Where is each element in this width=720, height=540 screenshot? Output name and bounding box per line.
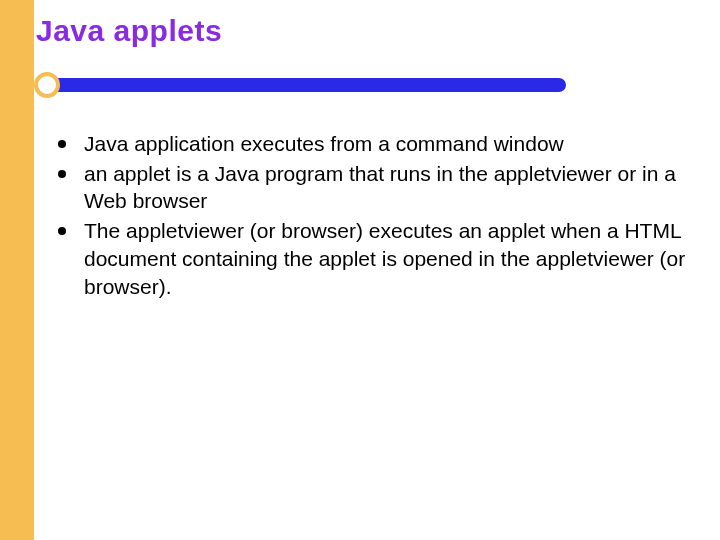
content-area: Java application executes from a command…	[50, 130, 690, 302]
bullet-list: Java application executes from a command…	[50, 130, 690, 300]
list-item: Java application executes from a command…	[50, 130, 690, 158]
slide-title: Java applets	[36, 14, 222, 48]
underline-circle-icon	[34, 72, 60, 98]
list-item: The appletviewer (or browser) executes a…	[50, 217, 690, 300]
left-accent-bar	[0, 0, 34, 540]
title-underline	[36, 72, 566, 102]
list-item: an applet is a Java program that runs in…	[50, 160, 690, 215]
underline-bar	[36, 78, 566, 92]
